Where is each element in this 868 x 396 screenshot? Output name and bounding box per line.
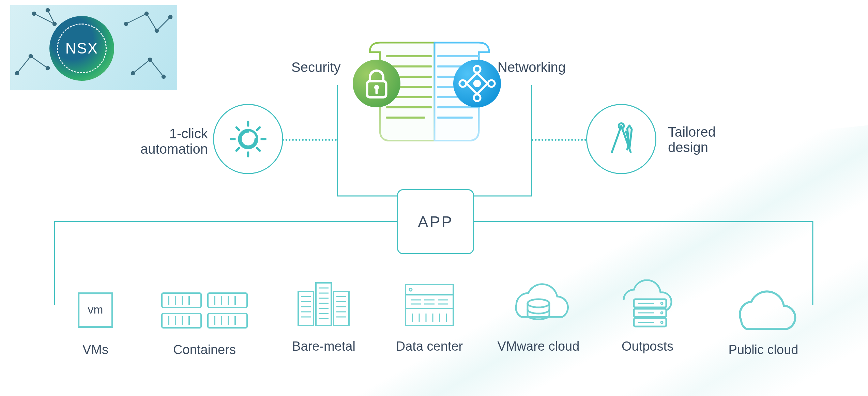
- svg-point-9: [169, 15, 172, 19]
- networking-label: Networking: [498, 60, 566, 75]
- security-label: Security: [291, 60, 341, 75]
- svg-point-4: [53, 22, 56, 26]
- svg-point-7: [145, 12, 148, 15]
- svg-point-95: [409, 288, 412, 291]
- svg-point-8: [155, 29, 158, 32]
- svg-point-13: [239, 130, 257, 148]
- nsx-logo-text: NSX: [65, 40, 98, 57]
- svg-rect-50: [162, 314, 201, 328]
- lock-icon: [353, 60, 400, 107]
- containers-icon: [160, 288, 249, 332]
- platform-label: VMs: [51, 342, 140, 357]
- platform-publiccloud: Public cloud: [712, 285, 814, 357]
- svg-point-11: [148, 58, 152, 61]
- platform-label: Public cloud: [712, 342, 814, 357]
- svg-point-33: [474, 66, 481, 73]
- drafting-compass-icon: [603, 120, 640, 158]
- svg-point-3: [32, 12, 36, 15]
- vm-box-icon: vm: [73, 288, 118, 332]
- svg-point-36: [459, 80, 466, 87]
- design-circle: [586, 104, 656, 174]
- svg-point-37: [474, 81, 480, 87]
- design-label: Tailored design: [668, 124, 716, 155]
- app-label: APP: [418, 213, 453, 231]
- platform-label: VMware cloud: [487, 339, 590, 354]
- platform-vms: vm VMs: [51, 285, 140, 357]
- diagram-stage: NSX 1-click automation Security Networki…: [0, 0, 868, 396]
- security-badge: [353, 60, 400, 107]
- svg-point-5: [46, 9, 49, 12]
- platform-outposts: Outposts: [603, 281, 692, 354]
- network-graph-icon: [453, 60, 501, 107]
- automation-circle: [213, 104, 283, 174]
- cloud-rack-icon: [610, 279, 685, 329]
- datacenter-rack-icon: [402, 279, 457, 329]
- gear-icon: [229, 120, 267, 158]
- platform-label: Data center: [385, 339, 474, 354]
- nsx-logo-circle: NSX: [49, 16, 114, 81]
- svg-rect-45: [208, 293, 247, 307]
- platform-datacenter: Data center: [385, 281, 474, 354]
- platform-containers: Containers: [150, 285, 259, 357]
- dotted-connector-left: [282, 139, 337, 141]
- automation-label: 1-click automation: [116, 126, 208, 157]
- platform-label: Bare-metal: [279, 339, 368, 354]
- cloud-database-icon: [501, 279, 576, 329]
- svg-point-1: [29, 55, 32, 58]
- servers-building-icon: [295, 279, 353, 329]
- dotted-connector-right: [532, 139, 586, 141]
- svg-point-2: [46, 66, 49, 70]
- platform-vmwarecloud: VMware cloud: [487, 281, 590, 354]
- cloud-icon: [722, 288, 804, 332]
- platform-baremetal: Bare-metal: [279, 281, 368, 354]
- svg-rect-55: [208, 314, 247, 328]
- svg-point-12: [162, 75, 165, 78]
- svg-point-10: [131, 72, 135, 75]
- svg-text:vm: vm: [88, 303, 103, 316]
- networking-badge: [453, 60, 501, 107]
- app-box: APP: [397, 189, 474, 254]
- svg-point-35: [474, 94, 481, 101]
- svg-point-34: [488, 80, 495, 87]
- platform-label: Containers: [150, 342, 259, 357]
- nsx-logo-card: NSX: [10, 5, 177, 90]
- platform-label: Outposts: [603, 339, 692, 354]
- svg-rect-40: [162, 293, 201, 307]
- svg-point-0: [15, 72, 19, 75]
- svg-point-6: [124, 22, 128, 26]
